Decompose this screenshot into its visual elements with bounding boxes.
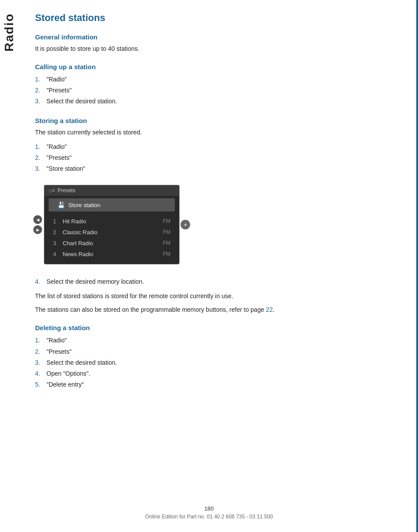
step-num: 1. — [35, 74, 43, 85]
list-item: 5."Delete entry" — [35, 379, 392, 390]
step-num: 2. — [35, 346, 43, 357]
general-info-heading: General information — [35, 33, 392, 41]
station-band: FM — [163, 240, 170, 247]
step-text: "Radio" — [46, 335, 67, 346]
side-nav-controls: ◀ ▶ — [33, 215, 42, 234]
add-button[interactable]: + — [181, 220, 190, 229]
main-content: Stored stations General information It i… — [26, 0, 418, 412]
station-name: Hit Radio — [63, 218, 163, 225]
step-num: 5. — [35, 379, 43, 390]
presets-ui: ⌂≡ Presets 💾 Store station 1 Hit Radio F… — [44, 185, 180, 264]
list-item: 4.Select the desired memory location. — [35, 276, 392, 287]
step-num: 1. — [35, 141, 43, 152]
step-text: "Presets" — [46, 85, 71, 96]
step-num: 2. — [35, 85, 43, 96]
presets-ui-wrapper: ⌂≡ Presets 💾 Store station 1 Hit Radio F… — [44, 179, 180, 271]
step-text: "Delete entry" — [46, 379, 84, 390]
step-text: Select the desired memory location. — [46, 276, 144, 287]
section-deleting: Deleting a station 1."Radio" 2."Presets"… — [35, 324, 392, 390]
presets-icon: ⌂≡ — [49, 187, 55, 194]
storing-intro: The station currently selected is stored… — [35, 128, 392, 137]
presets-header: ⌂≡ Presets — [44, 185, 179, 196]
page-title: Stored stations — [35, 12, 392, 24]
general-info-body: It is possible to store up to 40 station… — [35, 44, 392, 53]
list-item: 1."Radio" — [35, 141, 392, 152]
step-text: "Radio" — [46, 141, 67, 152]
station-band: FM — [163, 251, 170, 257]
presets-header-label: Presets — [57, 187, 75, 194]
station-num: 1 — [53, 218, 60, 225]
storing-heading: Storing a station — [35, 117, 392, 124]
nav-next-button[interactable]: ▶ — [33, 225, 42, 234]
step-text: "Radio" — [46, 74, 67, 85]
list-item: 2."Presets" — [35, 152, 392, 163]
step-num: 3. — [35, 96, 43, 107]
station-band: FM — [163, 229, 170, 236]
sidebar-label: Radio — [2, 13, 16, 52]
step-num: 2. — [35, 152, 43, 163]
step-num: 1. — [35, 335, 43, 346]
storing-note2-prefix: The stations can also be stored on the p… — [35, 306, 266, 313]
list-item: 4.Open "Options". — [35, 368, 392, 379]
list-item: 3.Select the desired station. — [35, 96, 392, 107]
storing-list: 1."Radio" 2."Presets" 3."Store station" — [35, 141, 392, 175]
station-name: News Radio — [63, 251, 163, 257]
station-row: 3 Chart Radio FM — [49, 238, 175, 249]
section-storing: Storing a station The station currently … — [35, 117, 392, 315]
station-row: 4 News Radio FM — [49, 249, 175, 260]
footer: 180 Online Edition for Part no. 01 40 2 … — [0, 505, 418, 520]
store-icon: 💾 — [57, 201, 65, 208]
step-text: "Presets" — [46, 346, 71, 357]
page-number: 180 — [0, 505, 418, 512]
store-station-label: Store station — [68, 202, 100, 208]
step-text: Open "Options". — [46, 368, 90, 379]
page-divider — [416, 0, 418, 532]
station-num: 3 — [53, 240, 60, 247]
edition-text: Online Edition for Part no. 01 40 2 606 … — [0, 514, 418, 520]
station-band: FM — [163, 218, 170, 225]
calling-up-list: 1."Radio" 2."Presets" 3.Select the desir… — [35, 74, 392, 107]
step-text: "Store station" — [46, 163, 85, 174]
station-row: 1 Hit Radio FM — [49, 216, 175, 227]
storing-note1: The list of stored stations is stored fo… — [35, 292, 392, 301]
deleting-list: 1."Radio" 2."Presets" 3.Select the desir… — [35, 335, 392, 390]
storing-note2-suffix: . — [273, 306, 274, 313]
section-calling-up: Calling up a station 1."Radio" 2."Preset… — [35, 63, 392, 107]
list-item: 1."Radio" — [35, 335, 392, 346]
section-general-info: General information It is possible to st… — [35, 33, 392, 53]
step-text: "Presets" — [46, 152, 71, 163]
station-num: 4 — [53, 251, 60, 257]
list-item: 2."Presets" — [35, 346, 392, 357]
store-station-button[interactable]: 💾 Store station — [49, 198, 175, 211]
storing-note2: The stations can also be stored on the p… — [35, 305, 392, 314]
step-text: Select the desired station. — [46, 96, 117, 107]
station-row: 2 Classic Radio FM — [49, 227, 175, 238]
station-list: 1 Hit Radio FM 2 Classic Radio FM 3 Char… — [44, 214, 179, 264]
storing-step4-list: 4.Select the desired memory location. — [35, 276, 392, 287]
list-item: 2."Presets" — [35, 85, 392, 96]
list-item: 1."Radio" — [35, 74, 392, 85]
station-name: Chart Radio — [63, 240, 163, 247]
step-num: 4. — [35, 276, 43, 287]
list-item: 3."Store station" — [35, 163, 392, 174]
station-name: Classic Radio — [63, 229, 163, 236]
sidebar: Radio — [0, 0, 18, 532]
deleting-heading: Deleting a station — [35, 324, 392, 331]
step-num: 4. — [35, 368, 43, 379]
step-text: Select the desired station. — [46, 357, 117, 368]
page-link[interactable]: 22 — [266, 306, 273, 313]
step-num: 3. — [35, 163, 43, 174]
station-num: 2 — [53, 229, 60, 236]
calling-up-heading: Calling up a station — [35, 63, 392, 70]
list-item: 3.Select the desired station. — [35, 357, 392, 368]
nav-prev-button[interactable]: ◀ — [33, 215, 42, 224]
step-num: 3. — [35, 357, 43, 368]
